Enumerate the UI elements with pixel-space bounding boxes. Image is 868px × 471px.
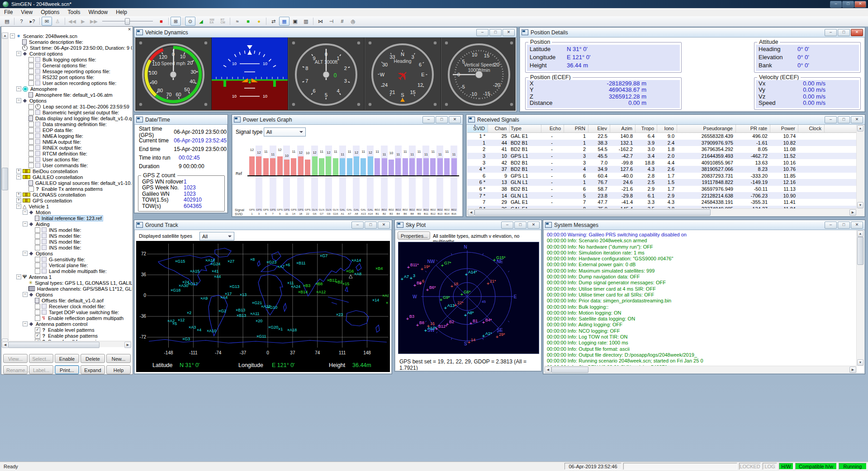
marker-button[interactable]: ◎ (348, 17, 358, 26)
power-wedge-button[interactable]: ◢ (196, 17, 206, 26)
tree-row[interactable]: Initial reference file: 123.ref (9, 215, 132, 221)
table-row[interactable]: 342BD2 B1-37.0-99.818.84.440910855.96713… (467, 159, 857, 166)
tree-row[interactable]: EOP data file: (9, 127, 132, 133)
tree-checkbox[interactable] (28, 139, 34, 145)
close-button[interactable]: ✕ (527, 221, 540, 229)
fast-forward-button[interactable]: ▶▶ (89, 17, 99, 26)
panel-title[interactable]: Ground Track –□✕ (134, 220, 392, 230)
restore-button[interactable]: □ (489, 29, 502, 36)
tree-checkbox[interactable] (35, 245, 40, 250)
tree-row[interactable]: −Options (9, 292, 132, 297)
tree-row[interactable]: Atmosphere file: default_v1-06.atm (9, 92, 132, 98)
tree-row[interactable]: Scenario description file: (9, 39, 132, 45)
tree-row[interactable]: INS model file: (9, 239, 132, 245)
scroll-left-icon[interactable]: ◀ (468, 209, 474, 216)
column-header-chan[interactable]: Chan (488, 125, 510, 132)
tree-expander[interactable]: + (16, 192, 21, 197)
tree-row[interactable]: ✓?Enable level patterns (9, 327, 132, 333)
tree-expander[interactable]: − (16, 51, 21, 56)
stop-button[interactable]: ■ (156, 17, 166, 26)
tree-row[interactable]: Hardware channels: GPS/SBAS L1*12, GLN L… (9, 286, 132, 292)
menu-help[interactable]: Help (112, 9, 131, 16)
run-button[interactable]: ▶ (78, 17, 88, 26)
window-minimize-button[interactable]: – (830, 1, 842, 8)
new-button[interactable]: New... (106, 354, 131, 363)
tree-expander[interactable]: − (16, 204, 21, 209)
tree-expander[interactable]: − (16, 274, 21, 279)
table-row[interactable]: 6 *38BD2 B1-658.7-21.62.91.736597976.949… (467, 186, 857, 193)
tree-checkbox[interactable] (28, 157, 34, 162)
column-header-type[interactable]: Type (510, 125, 541, 132)
tree-row[interactable]: INS model file: (9, 245, 132, 250)
tree-row[interactable]: NMEA logging file: (9, 133, 132, 139)
rs-vertical-scrollbar[interactable]: ▲ ▼ (856, 125, 864, 216)
tree-row[interactable]: −Antenna pattern control (9, 321, 132, 327)
scroll-up-icon[interactable]: ▲ (857, 231, 863, 237)
tree-checkbox[interactable] (35, 233, 40, 239)
window-maximize-button[interactable]: □ (842, 1, 854, 8)
scroll-right-icon[interactable]: ▶ (849, 209, 856, 216)
column-header-pr-rate[interactable]: PR rate (736, 125, 770, 132)
rs-horizontal-scrollbar[interactable]: ◀ ▶ (467, 208, 857, 216)
tree-checkbox[interactable] (35, 239, 40, 245)
rename-button[interactable]: Rename... (3, 365, 28, 374)
tree-row[interactable]: INS model file: (9, 227, 132, 233)
scroll-left-icon[interactable]: ◀ (545, 367, 551, 373)
message-log-button[interactable]: ✉ (42, 17, 52, 26)
panel-title[interactable]: Position Details –□✕ (520, 28, 865, 38)
preview-button[interactable]: ▣ (290, 17, 300, 26)
column-header-clock[interactable]: Clock (798, 125, 825, 132)
tree-checkbox[interactable] (35, 304, 40, 309)
tree-checkbox[interactable] (28, 57, 34, 62)
tree-checkbox[interactable]: ✓ (35, 327, 40, 333)
tree-checkbox[interactable] (28, 104, 34, 109)
restore-button[interactable]: □ (514, 221, 526, 229)
tree-row[interactable]: RS232 port options file: (9, 74, 132, 80)
scroll-thumb[interactable] (8, 342, 100, 348)
tree-row[interactable]: Target DOP value switching file: (9, 309, 132, 315)
close-button[interactable]: ✕ (851, 29, 863, 36)
tree-row[interactable]: −✶Scenario: 2048week.scn (9, 33, 132, 39)
tree-row[interactable]: ✓?Enable phase patterns (9, 333, 132, 339)
column-header-echo[interactable]: Echo (541, 125, 564, 132)
tree-row[interactable]: Offsets file: default_v1-0.aof (9, 297, 132, 303)
tree-row[interactable]: −GALILEO constellation (9, 174, 132, 180)
tree-checkbox[interactable] (28, 133, 34, 139)
panel-title[interactable]: Received Signals –□✕ (466, 115, 865, 125)
close-button[interactable]: ✕ (449, 116, 461, 123)
restore-button[interactable]: □ (838, 221, 850, 229)
tree-expander[interactable]: − (16, 98, 21, 103)
minimize-button[interactable]: – (422, 116, 435, 123)
scroll-right-icon[interactable]: ▶ (849, 367, 856, 373)
column-header-iono[interactable]: Iono (657, 125, 677, 132)
table-row[interactable]: 6 *13GLN L1-176.724.62.51.519117848.822-… (467, 179, 857, 186)
tree-row[interactable]: ✳Signal types: GPS L1, GLONASS L1, GALIL… (9, 280, 132, 286)
link-button[interactable]: ⋈ (315, 17, 326, 26)
table-row[interactable]: 7 *14GLN L1-523.8-29.86.12.922128214.638… (467, 192, 857, 199)
hash-button[interactable]: # (337, 17, 347, 26)
tree-expander[interactable]: − (10, 33, 15, 38)
column-header-svid[interactable]: SVID▲ (467, 125, 488, 132)
tile-button[interactable]: ⇄ (268, 17, 279, 26)
panel-title[interactable]: Vehicle Dynamics –□✕ (134, 28, 517, 38)
restore-button[interactable]: □ (436, 116, 448, 123)
scroll-right-icon[interactable]: ▶ (124, 342, 131, 348)
minimize-button[interactable]: – (476, 29, 489, 36)
menu-tools[interactable]: Tools (64, 9, 85, 16)
displayed-types-combo[interactable]: All (199, 232, 234, 240)
restore-button[interactable]: □ (838, 29, 850, 36)
select-button[interactable]: Select... (29, 354, 53, 363)
tree-checkbox[interactable] (28, 186, 34, 192)
minimize-button[interactable]: – (825, 116, 837, 123)
rtcm-button[interactable]: RT CM (218, 17, 228, 26)
tree-row[interactable]: Data streaming definition file: (9, 121, 132, 127)
column-header-elev[interactable]: Elev (588, 125, 610, 132)
tree-vertical-scrollbar[interactable]: ▲ ▼ (1, 32, 9, 345)
context-help-button[interactable]: ▸? (27, 17, 38, 26)
sm-vertical-scrollbar[interactable]: ▲ ▼ (856, 230, 864, 366)
title-bar[interactable]: SimGEN - 2048week.scn* – □ ✕ (0, 0, 868, 8)
tree-row[interactable]: −ΨAntenna 1 (9, 274, 132, 280)
tree-checkbox[interactable] (35, 316, 40, 321)
table-row[interactable]: 310GPS L1-345.5-42.73.42.021644359.493-4… (467, 153, 857, 160)
scroll-down-icon[interactable]: ▼ (857, 202, 863, 208)
